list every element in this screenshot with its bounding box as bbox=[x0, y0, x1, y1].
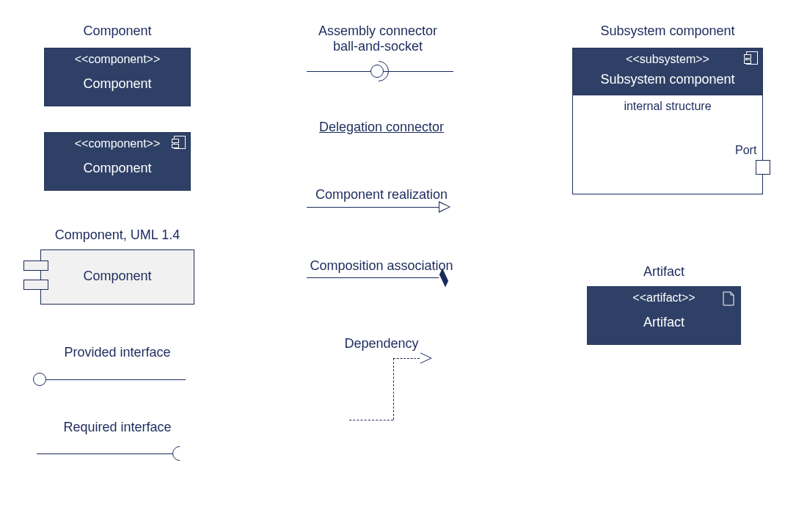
component-icon bbox=[746, 51, 758, 65]
document-icon bbox=[723, 291, 734, 306]
assembly-connector-title: Assembly connector ball-and-socket bbox=[293, 23, 462, 54]
component-title: Component bbox=[44, 23, 191, 39]
subsystem-title: Subsystem component bbox=[572, 23, 763, 39]
provided-interface-line bbox=[46, 379, 186, 380]
subsystem-internal-label: internal structure bbox=[573, 95, 762, 113]
dependency-seg-vert bbox=[393, 358, 394, 420]
component-stereotype: <<component>> bbox=[45, 133, 190, 150]
artifact-title: Artifact bbox=[587, 264, 741, 280]
required-interface-title: Required interface bbox=[44, 420, 191, 435]
artifact-stereotype: <<artifact>> bbox=[588, 287, 740, 305]
required-interface-line bbox=[37, 453, 172, 454]
uml14-tab-top bbox=[23, 260, 48, 271]
dependency-seg-bottom bbox=[349, 420, 393, 420]
subsystem-stereotype: <<subsystem>> bbox=[573, 48, 762, 66]
dependency-arrowhead bbox=[420, 352, 431, 364]
uml14-title: Component, UML 1.4 bbox=[37, 227, 198, 243]
port-label: Port bbox=[735, 144, 756, 157]
component-realization-title: Component realization bbox=[301, 187, 462, 203]
component-stereotype: <<component>> bbox=[45, 48, 190, 66]
uml14-name: Component bbox=[41, 250, 194, 302]
assembly-title-l2: ball-and-socket bbox=[333, 39, 423, 54]
provided-interface-circle bbox=[33, 373, 46, 386]
subsystem-header: <<subsystem>> Subsystem component bbox=[572, 48, 763, 95]
composition-diamond bbox=[437, 274, 450, 281]
composition-line bbox=[307, 277, 439, 278]
realization-arrowhead bbox=[439, 201, 450, 213]
component-box-2: <<component>> Component bbox=[44, 132, 191, 191]
required-interface-socket bbox=[172, 446, 187, 461]
dependency-title: Dependency bbox=[315, 336, 448, 351]
port-box bbox=[756, 160, 770, 175]
artifact-box: <<artifact>> Artifact bbox=[587, 286, 741, 345]
delegation-connector-title: Delegation connector bbox=[308, 120, 455, 135]
dependency-seg-top bbox=[393, 358, 420, 359]
assembly-ball bbox=[370, 65, 384, 78]
subsystem-body: internal structure bbox=[572, 95, 763, 194]
subsystem-name: Subsystem component bbox=[573, 66, 762, 92]
artifact-name: Artifact bbox=[588, 305, 740, 338]
uml14-component: Component bbox=[40, 249, 194, 305]
component-name: Component bbox=[45, 66, 190, 99]
provided-interface-title: Provided interface bbox=[44, 345, 191, 360]
component-icon bbox=[174, 136, 186, 149]
realization-line bbox=[307, 207, 439, 208]
component-name: Component bbox=[45, 150, 190, 183]
uml14-tab-bottom bbox=[23, 280, 48, 290]
component-box-1: <<component>> Component bbox=[44, 48, 191, 106]
assembly-title-l1: Assembly connector bbox=[318, 23, 437, 38]
